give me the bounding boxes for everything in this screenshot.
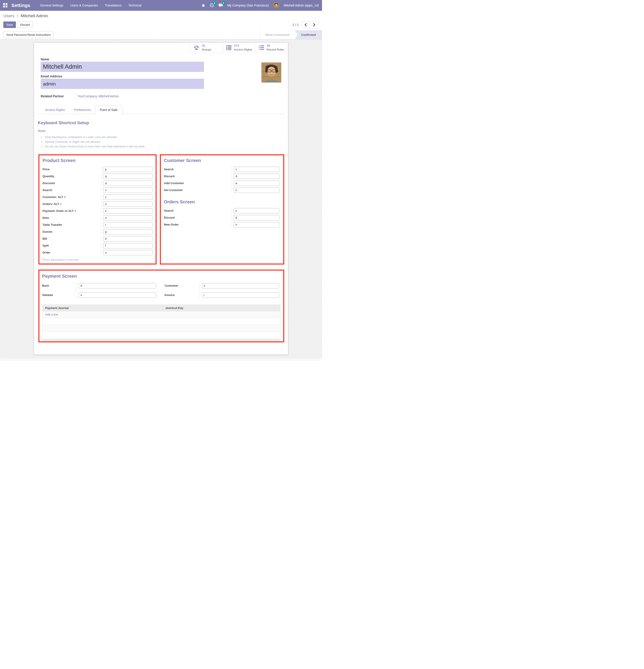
menu-technical[interactable]: Technical [128,3,141,7]
payment-screen-title: Payment Screen [42,274,281,279]
add-customer-shortcut-input[interactable] [234,181,279,186]
save-button[interactable]: Save [3,22,16,28]
invoice-shortcut-input[interactable] [202,293,279,298]
ord-search-shortcut-input[interactable] [234,208,279,213]
menu-translations[interactable]: Translations [105,3,122,7]
state-confirmed[interactable]: Confirmed [298,30,322,39]
note-item: Do not set Same shortcut Key in more the… [44,144,284,149]
product-screen-title: Product Screen [43,158,152,163]
shortcut-row-invoice: Invoice [164,291,281,299]
shortcut-row-search: Search [43,187,152,194]
cust-discard-shortcut-input[interactable] [234,174,279,179]
email-field[interactable] [41,79,204,89]
activities-clock-icon[interactable]: 4 [210,3,214,8]
messages-chat-icon[interactable]: 5 [218,3,223,8]
discard-button[interactable]: Discard [17,22,33,28]
record-rules-stat-button[interactable]: 39 Record Rules [255,43,288,53]
tab-point-of-sale[interactable]: Point of Sale [95,105,122,114]
tab-access-rights[interactable]: Access Rights [41,105,70,114]
pager-value: 2 / 2 [292,23,298,27]
shortcut-row-ord-search: Search [164,207,280,214]
shortcut-row-payment: Payment: Enter or ALT + [43,208,152,214]
new-order-shortcut-input[interactable] [234,222,279,227]
table-row [43,332,280,339]
company-switcher[interactable]: My Company (San Francisco) [228,3,269,7]
groups-count: 20 [202,44,211,48]
add-a-line-link[interactable]: Add a line [45,313,58,316]
record-rules-count: 39 [266,44,284,48]
orders-shortcut-input[interactable] [103,201,152,207]
name-field[interactable] [41,62,204,72]
set-customer-shortcut-input[interactable] [234,187,279,193]
shortcut-row-cust-search: Search [164,166,280,173]
access-rights-stat-button[interactable]: 474 Access Rights [223,43,255,53]
shortcut-row-validate: Validate [42,291,156,299]
pager-previous-button[interactable] [302,21,310,28]
top-navbar: Settings General Settings Users & Compan… [0,0,322,11]
field-separator [75,92,75,100]
access-rights-count: 474 [234,44,252,48]
payment-screen-section: Payment Screen Back Validate Customer In… [39,270,284,342]
shortcut-row-split: Split [43,242,152,249]
table-row [43,325,280,332]
navbar-menu: General Settings Users & Companies Trans… [40,3,141,7]
user-menu[interactable]: Mitchell Admin (apps_14) [284,3,319,7]
menu-general-settings[interactable]: General Settings [40,3,63,7]
email-label: Email Address [41,74,284,78]
shortcut-row-cust-discard: Discard [164,173,280,180]
list-ul-icon [259,45,264,50]
related-partner-row: Related Partner YourCompany, Mitchell Ad… [41,92,284,100]
backspace-hint: Press Backspace to remove [43,258,152,261]
state-never-connected[interactable]: Never Connected [260,30,295,39]
table-extra-column [275,305,280,311]
payment-journal-table-header: Payment Journal shortcut Key [43,305,280,311]
shortcut-row-quantity: Quantity [43,173,152,180]
payment-journal-column-header[interactable]: Payment Journal [43,305,163,311]
price-shortcut-input[interactable] [103,167,152,172]
shortcut-row-back: Back [42,282,156,289]
state-widget: Never Connected Confirmed [260,30,322,39]
send-password-reset-button[interactable]: Send Password Reset Instructions [3,31,54,38]
shortcut-row-bill: Bill [43,235,152,242]
page-bottom-strip [0,358,322,361]
user-photo[interactable] [261,62,281,83]
name-label: Name [41,57,284,61]
app-title[interactable]: Settings [11,3,30,8]
discount-shortcut-input[interactable] [103,181,152,186]
table-transfer-shortcut-input[interactable] [103,222,152,228]
user-avatar-small[interactable] [273,2,279,8]
groups-label: Groups [202,48,211,52]
ord-discard-shortcut-input[interactable] [234,215,279,220]
table-row [43,318,280,325]
menu-users-companies[interactable]: Users & Companies [70,3,98,7]
breadcrumb-users-link[interactable]: Users [3,13,15,18]
order-shortcut-input[interactable] [103,250,152,255]
customer-shortcut-input[interactable] [103,195,152,200]
breadcrumb-separator: / [17,13,18,18]
payment-shortcut-input[interactable] [103,208,152,214]
th-list-icon [226,45,232,50]
split-shortcut-input[interactable] [103,243,152,248]
shortcut-key-column-header[interactable]: shortcut Key [163,306,275,310]
debug-bug-icon[interactable] [202,3,205,7]
tab-preferences[interactable]: Preferences [70,105,95,114]
groups-stat-button[interactable]: 20 Groups [190,43,223,53]
pager-next-button[interactable] [310,21,319,28]
back-shortcut-input[interactable] [79,283,156,288]
guests-shortcut-input[interactable] [103,229,152,234]
quantity-shortcut-input[interactable] [103,174,152,179]
form-sheet: 20 Groups 474 Access Rights [34,42,288,355]
message-count-badge: 5 [222,2,225,5]
apps-menu-icon[interactable] [3,3,8,8]
cust-search-shortcut-input[interactable] [234,167,279,172]
table-row: Add a line [43,311,280,318]
shortcut-row-pay-customer: Customer [164,282,281,289]
bill-shortcut-input[interactable] [103,236,152,241]
search-shortcut-input[interactable] [103,187,152,193]
shortcut-row-new-order: New Order [164,221,280,228]
note-shortcut-input[interactable] [103,215,152,220]
pay-customer-shortcut-input[interactable] [202,283,279,288]
related-partner-link[interactable]: YourCompany, Mitchell Admin [77,95,119,98]
shortcut-row-discount: Discount [43,180,152,187]
validate-shortcut-input[interactable] [79,293,156,298]
